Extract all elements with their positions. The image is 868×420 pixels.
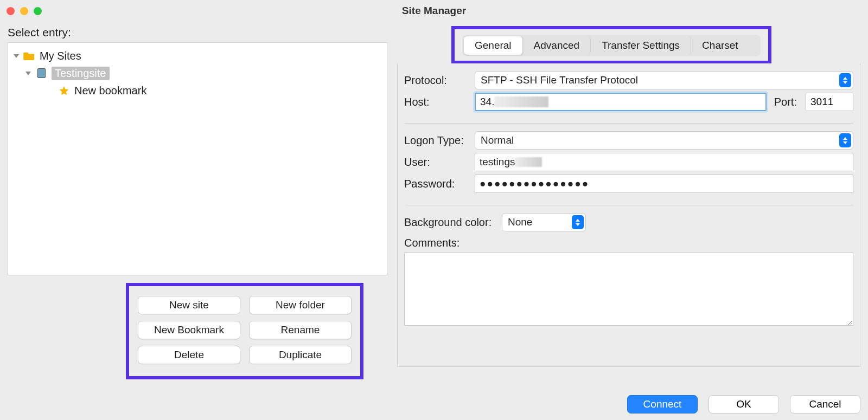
folder-icon [23,50,35,61]
logon-type-value: Normal [481,134,514,146]
tree-row-testingsite[interactable]: Testingsite [10,64,385,82]
titlebar: Site Manager [0,0,868,22]
port-label: Port: [774,96,797,108]
dialog-footer: Connect OK Cancel [627,395,860,413]
tree-row-my-sites[interactable]: My Sites [10,47,385,64]
password-label: Password: [404,178,475,190]
select-arrows-icon [839,133,851,147]
tree-row-bookmark[interactable]: New bookmark [10,82,385,99]
host-blur-redaction [494,96,548,107]
background-color-label: Background color: [404,216,502,229]
protocol-label: Protocol: [404,74,475,87]
port-input[interactable] [806,93,853,111]
star-icon [58,85,70,96]
select-arrows-icon [572,215,584,229]
cancel-button[interactable]: Cancel [790,395,860,413]
ok-button[interactable]: OK [709,395,779,413]
window-title: Site Manager [0,5,868,17]
new-folder-button[interactable]: New folder [249,296,352,314]
disclosure-triangle-icon[interactable] [14,54,19,58]
user-input[interactable]: testings [475,153,853,171]
rename-button[interactable]: Rename [249,321,352,339]
user-blur-redaction [515,157,542,167]
logon-type-select[interactable]: Normal [475,131,853,150]
user-label: User: [404,156,475,169]
tab-general[interactable]: General [464,36,523,55]
host-value: 34. [480,96,494,108]
server-icon [35,68,47,79]
general-tab-panel: Protocol: SFTP - SSH File Transfer Proto… [397,63,860,367]
background-color-select[interactable]: None [502,213,586,231]
select-entry-label: Select entry: [8,26,387,39]
tab-transfer-settings[interactable]: Transfer Settings [591,36,691,55]
site-tree[interactable]: My Sites Testingsite New bookmark [8,42,387,275]
protocol-select[interactable]: SFTP - SSH File Transfer Protocol [475,71,853,89]
duplicate-button[interactable]: Duplicate [249,346,352,364]
new-bookmark-button[interactable]: New Bookmark [138,321,240,339]
tree-label-my-sites: My Sites [40,50,81,62]
host-label: Host: [404,96,475,108]
tab-bar: General Advanced Transfer Settings Chars… [462,35,761,56]
user-value: testings [480,156,515,168]
password-input[interactable]: ●●●●●●●●●●●●●●● [475,175,853,193]
tree-label-testingsite: Testingsite [52,67,110,80]
logon-type-label: Logon Type: [404,134,475,147]
select-arrows-icon [839,73,851,87]
site-buttons-highlight: New site New folder New Bookmark Rename … [126,283,363,379]
host-input[interactable]: 34. [475,93,767,111]
protocol-value: SFTP - SSH File Transfer Protocol [481,74,638,86]
password-value: ●●●●●●●●●●●●●●● [480,178,589,190]
tree-label-bookmark: New bookmark [74,85,146,97]
new-site-button[interactable]: New site [138,296,240,314]
comments-label: Comments: [404,237,853,249]
tab-advanced[interactable]: Advanced [523,36,591,55]
delete-button[interactable]: Delete [138,346,240,364]
background-color-value: None [508,216,532,228]
connect-button[interactable]: Connect [627,395,698,413]
disclosure-triangle-icon[interactable] [25,72,31,75]
tabs-highlight: General Advanced Transfer Settings Chars… [451,26,771,64]
comments-textarea[interactable] [404,253,853,326]
tab-charset[interactable]: Charset [691,36,749,55]
